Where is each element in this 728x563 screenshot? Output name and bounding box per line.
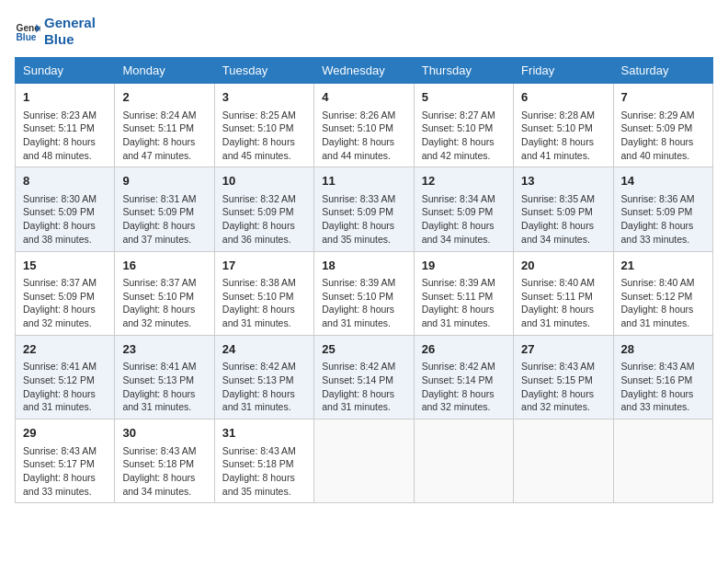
logo: General Blue GeneralBlue [15,15,96,48]
day-info: Sunrise: 8:38 AMSunset: 5:10 PMDaylight:… [222,276,306,330]
day-number: 2 [122,88,206,107]
day-info: Sunrise: 8:43 AMSunset: 5:18 PMDaylight:… [222,444,306,499]
day-info: Sunrise: 8:33 AMSunset: 5:09 PMDaylight:… [322,192,405,247]
table-row: 20Sunrise: 8:40 AMSunset: 5:11 PMDayligh… [514,251,613,335]
table-row: 18Sunrise: 8:39 AMSunset: 5:10 PMDayligh… [314,251,414,335]
day-info: Sunrise: 8:30 AMSunset: 5:09 PMDaylight:… [23,192,107,247]
day-info: Sunrise: 8:28 AMSunset: 5:10 PMDaylight:… [521,109,605,163]
day-number: 12 [422,172,506,190]
day-number: 16 [122,257,206,275]
day-number: 9 [122,172,206,190]
day-number: 22 [23,340,107,359]
day-number: 23 [122,340,206,359]
table-row [314,419,414,503]
day-info: Sunrise: 8:43 AMSunset: 5:15 PMDaylight:… [521,360,605,414]
table-row [514,419,613,503]
table-row: 4Sunrise: 8:26 AMSunset: 5:10 PMDaylight… [314,84,414,167]
day-info: Sunrise: 8:41 AMSunset: 5:12 PMDaylight:… [23,360,107,414]
table-row: 17Sunrise: 8:38 AMSunset: 5:10 PMDayligh… [214,251,313,335]
svg-text:Blue: Blue [17,32,37,42]
day-number: 4 [322,88,405,107]
table-row: 26Sunrise: 8:42 AMSunset: 5:14 PMDayligh… [414,335,513,419]
day-number: 1 [23,88,107,107]
day-number: 5 [422,88,506,107]
col-header-sunday: Sunday [16,58,115,84]
table-row: 9Sunrise: 8:31 AMSunset: 5:09 PMDaylight… [115,167,214,251]
day-number: 11 [322,172,405,190]
day-number: 15 [23,257,107,275]
day-info: Sunrise: 8:25 AMSunset: 5:10 PMDaylight:… [222,109,306,163]
day-number: 21 [621,257,705,275]
table-row: 15Sunrise: 8:37 AMSunset: 5:09 PMDayligh… [16,251,115,335]
table-row: 8Sunrise: 8:30 AMSunset: 5:09 PMDaylight… [16,167,115,251]
table-row: 2Sunrise: 8:24 AMSunset: 5:11 PMDaylight… [115,84,214,167]
table-row: 21Sunrise: 8:40 AMSunset: 5:12 PMDayligh… [613,251,712,335]
col-header-friday: Friday [514,58,613,84]
day-info: Sunrise: 8:23 AMSunset: 5:11 PMDaylight:… [23,109,107,163]
day-info: Sunrise: 8:37 AMSunset: 5:09 PMDaylight:… [23,276,107,330]
logo-text: GeneralBlue [44,15,96,48]
day-info: Sunrise: 8:37 AMSunset: 5:10 PMDaylight:… [122,276,206,330]
col-header-monday: Monday [115,58,214,84]
day-info: Sunrise: 8:26 AMSunset: 5:10 PMDaylight:… [322,109,405,163]
day-info: Sunrise: 8:41 AMSunset: 5:13 PMDaylight:… [122,360,206,414]
day-info: Sunrise: 8:43 AMSunset: 5:18 PMDaylight:… [122,444,206,499]
table-row: 30Sunrise: 8:43 AMSunset: 5:18 PMDayligh… [115,419,214,503]
day-number: 10 [222,172,306,190]
day-info: Sunrise: 8:32 AMSunset: 5:09 PMDaylight:… [222,192,306,247]
day-info: Sunrise: 8:29 AMSunset: 5:09 PMDaylight:… [621,109,705,163]
col-header-saturday: Saturday [613,58,712,84]
day-number: 30 [122,424,206,442]
table-row: 14Sunrise: 8:36 AMSunset: 5:09 PMDayligh… [613,167,712,251]
table-row: 11Sunrise: 8:33 AMSunset: 5:09 PMDayligh… [314,167,414,251]
day-info: Sunrise: 8:43 AMSunset: 5:16 PMDaylight:… [621,360,705,414]
table-row: 5Sunrise: 8:27 AMSunset: 5:10 PMDaylight… [414,84,513,167]
day-number: 24 [222,340,306,359]
day-number: 3 [222,88,306,107]
table-row: 3Sunrise: 8:25 AMSunset: 5:10 PMDaylight… [214,84,313,167]
table-row: 19Sunrise: 8:39 AMSunset: 5:11 PMDayligh… [414,251,513,335]
table-row: 27Sunrise: 8:43 AMSunset: 5:15 PMDayligh… [514,335,613,419]
day-number: 20 [521,257,605,275]
table-row: 7Sunrise: 8:29 AMSunset: 5:09 PMDaylight… [613,84,712,167]
col-header-thursday: Thursday [414,58,513,84]
day-number: 25 [322,340,405,359]
day-info: Sunrise: 8:24 AMSunset: 5:11 PMDaylight:… [122,109,206,163]
table-row: 23Sunrise: 8:41 AMSunset: 5:13 PMDayligh… [115,335,214,419]
day-number: 28 [621,340,705,359]
day-number: 18 [322,257,405,275]
day-number: 6 [521,88,605,107]
day-number: 8 [23,172,107,190]
day-info: Sunrise: 8:31 AMSunset: 5:09 PMDaylight:… [122,192,206,247]
day-number: 17 [222,257,306,275]
day-number: 31 [222,424,306,442]
col-header-wednesday: Wednesday [314,58,414,84]
table-row [414,419,513,503]
col-header-tuesday: Tuesday [214,58,313,84]
table-row: 12Sunrise: 8:34 AMSunset: 5:09 PMDayligh… [414,167,513,251]
day-info: Sunrise: 8:34 AMSunset: 5:09 PMDaylight:… [422,192,506,247]
day-info: Sunrise: 8:40 AMSunset: 5:11 PMDaylight:… [521,276,605,330]
day-info: Sunrise: 8:39 AMSunset: 5:11 PMDaylight:… [422,276,506,330]
day-number: 27 [521,340,605,359]
table-row: 24Sunrise: 8:42 AMSunset: 5:13 PMDayligh… [214,335,313,419]
day-number: 14 [621,172,705,190]
table-row: 13Sunrise: 8:35 AMSunset: 5:09 PMDayligh… [514,167,613,251]
table-row: 28Sunrise: 8:43 AMSunset: 5:16 PMDayligh… [613,335,712,419]
day-info: Sunrise: 8:35 AMSunset: 5:09 PMDaylight:… [521,192,605,247]
day-number: 29 [23,424,107,442]
day-info: Sunrise: 8:42 AMSunset: 5:14 PMDaylight:… [422,360,506,414]
day-info: Sunrise: 8:43 AMSunset: 5:17 PMDaylight:… [23,444,107,499]
day-number: 13 [521,172,605,190]
day-number: 19 [422,257,506,275]
day-info: Sunrise: 8:39 AMSunset: 5:10 PMDaylight:… [322,276,405,330]
logo-icon: General Blue [15,18,40,44]
table-row: 31Sunrise: 8:43 AMSunset: 5:18 PMDayligh… [214,419,313,503]
page-header: General Blue GeneralBlue [15,15,713,48]
table-row: 22Sunrise: 8:41 AMSunset: 5:12 PMDayligh… [16,335,115,419]
day-info: Sunrise: 8:42 AMSunset: 5:13 PMDaylight:… [222,360,306,414]
table-row: 10Sunrise: 8:32 AMSunset: 5:09 PMDayligh… [214,167,313,251]
day-info: Sunrise: 8:40 AMSunset: 5:12 PMDaylight:… [621,276,705,330]
day-number: 7 [621,88,705,107]
day-info: Sunrise: 8:27 AMSunset: 5:10 PMDaylight:… [422,109,506,163]
